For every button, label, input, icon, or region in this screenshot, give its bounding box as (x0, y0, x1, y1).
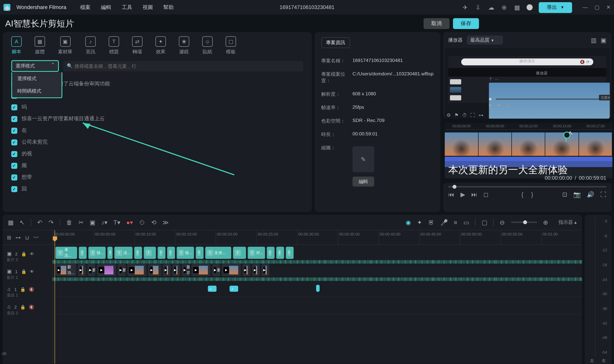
video-clip[interactable]: ▶ (172, 264, 180, 276)
zoom-in-icon[interactable]: ⊕ (543, 219, 548, 226)
menu-edit[interactable]: 編輯 (101, 4, 111, 11)
lock-icon[interactable]: 🔒 (20, 305, 25, 309)
video-clip[interactable]: ▶ (148, 264, 161, 276)
inner-stop-icon[interactable]: ◻ (505, 103, 509, 107)
next-clip-icon[interactable]: ⏭ (471, 191, 477, 198)
text-clip[interactable]: T (167, 247, 175, 259)
compare-icon[interactable]: ▥ (591, 37, 596, 43)
text-clip[interactable]: T没... (114, 247, 133, 259)
delete-icon[interactable]: 🗑 (66, 219, 72, 226)
eye-icon[interactable]: 👁 (30, 269, 34, 274)
prev-clip-icon[interactable]: ⏮ (448, 191, 454, 198)
text-clip[interactable]: T对... (248, 247, 265, 259)
edit-button[interactable]: 編輯 (352, 177, 374, 187)
crop-icon[interactable]: ⛶ (470, 112, 475, 118)
playhead[interactable] (54, 230, 55, 364)
cloud-icon[interactable]: ☁ (488, 4, 495, 11)
checkbox-icon[interactable]: ✓ (11, 151, 17, 157)
music-icon[interactable]: ♪▾ (101, 219, 107, 226)
video-clip[interactable]: ▶ (127, 264, 147, 276)
more-icon[interactable]: ⋯ (495, 77, 499, 81)
media-tab-9[interactable]: ▢模板 (226, 37, 236, 55)
project-info-tab[interactable]: 專案資訊 (321, 37, 350, 48)
script-row[interactable]: ✓频 (11, 160, 303, 171)
media-tab-2[interactable]: ▣素材庫 (58, 37, 72, 55)
text-clip[interactable]: T (144, 247, 156, 259)
device-icon[interactable]: ▭ (463, 219, 469, 226)
frame-icon[interactable]: ▢ (482, 219, 487, 226)
menu-file[interactable]: 檔案 (80, 4, 91, 11)
bracket-close-icon[interactable]: } (531, 191, 533, 198)
text-track[interactable]: T本次...TT惊...TT没...TTTTT惊...TT支持...TT对...… (53, 245, 582, 262)
video-clip[interactable]: ▶新... (212, 264, 220, 276)
text-clip[interactable]: T惊... (177, 247, 194, 259)
bracket-open-icon[interactable]: { (521, 191, 523, 198)
text-clip[interactable]: T (233, 247, 246, 259)
text-clip[interactable]: T本次... (55, 247, 77, 259)
mute-icon[interactable]: 🔇 (29, 305, 34, 309)
mic-icon[interactable]: 🎤 (440, 219, 448, 226)
close-icon[interactable]: ✕ (606, 4, 611, 11)
mode-option-timecode[interactable]: 時間碼模式 (12, 85, 61, 97)
checkbox-icon[interactable]: ✓ (11, 139, 17, 145)
text-tool-icon[interactable]: T▾ (113, 219, 120, 226)
scrubber-dot[interactable] (489, 98, 492, 101)
save-button[interactable]: 保存 (453, 18, 479, 29)
script-row[interactable]: ✓回 (11, 183, 303, 195)
quality-select[interactable]: 最高品質 ▼ (467, 36, 503, 44)
zoom-slider[interactable] (511, 222, 537, 223)
script-row[interactable]: ✓在 (11, 125, 303, 136)
mute-icon[interactable]: 🔇 (29, 287, 34, 291)
media-tab-7[interactable]: ❀濾鏡 (179, 37, 189, 55)
video-clip[interactable]: ▶ (78, 264, 86, 276)
inner-play-icon[interactable]: ▶ (489, 103, 492, 107)
text-clip[interactable]: T (134, 247, 142, 259)
menu-tools[interactable]: 工具 (122, 4, 132, 11)
checkbox-icon[interactable]: ✓ (11, 104, 17, 110)
search-input[interactable] (73, 61, 300, 71)
crop-tool-icon[interactable]: ▣ (90, 219, 95, 226)
cut-icon[interactable]: ✂ (79, 219, 84, 226)
audio-track-1[interactable]: ♪ ♪ (53, 280, 582, 297)
download-icon[interactable]: ⇩ (475, 4, 482, 11)
stop-main-icon[interactable]: ◻ (483, 191, 489, 198)
ai-icon[interactable]: ◉ (406, 219, 411, 226)
media-tab-3[interactable]: ♪音訊 (85, 37, 96, 55)
mini-thumb[interactable] (450, 87, 461, 92)
script-row[interactable]: ✓吗 (11, 101, 303, 113)
text-clip[interactable]: T (196, 247, 204, 259)
minimize-icon[interactable]: — (583, 4, 588, 11)
search-field[interactable]: 🔍 (63, 61, 303, 71)
list-icon[interactable]: ≡ (454, 219, 457, 226)
video-clip[interactable]: ▶ (242, 264, 250, 276)
fullscreen-icon[interactable]: ⛶ (600, 191, 606, 198)
video-clip[interactable]: ▶新... (118, 264, 126, 276)
media-tab-4[interactable]: T標題 (109, 37, 119, 55)
snap-icon[interactable]: ⊡ (562, 191, 567, 198)
audio-clip[interactable] (316, 285, 320, 292)
audio-track-2[interactable] (53, 297, 582, 314)
mode-option-select[interactable]: 選擇模式 (12, 72, 61, 85)
marker-icon[interactable]: ⚑ (454, 112, 459, 118)
media-tab-1[interactable]: ▦媒體 (35, 37, 45, 55)
timer-icon[interactable]: ⏱ (462, 112, 467, 118)
eye-icon[interactable]: 👁 (30, 251, 34, 256)
select-tool-icon[interactable]: ↖ (20, 219, 25, 226)
video-clip[interactable]: ▶ (262, 264, 269, 276)
script-row[interactable]: ✓想带 (11, 171, 303, 183)
indicator-dropdown[interactable]: 指示器 ▴ (559, 219, 577, 225)
settings-icon[interactable]: ⚙ (446, 112, 451, 118)
text-clip[interactable]: T支持... (205, 247, 231, 259)
text-clip[interactable]: T (267, 247, 275, 259)
video-clip[interactable]: ▶ (97, 264, 116, 276)
headset-icon[interactable]: ⊕ (501, 4, 507, 11)
play-main-icon[interactable]: ▶ (460, 191, 465, 198)
inner-scrubber[interactable] (496, 99, 610, 100)
layout-icon[interactable]: ▦ (8, 219, 13, 226)
picture-icon[interactable]: ▣ (601, 37, 606, 43)
text-clip[interactable]: T (158, 247, 166, 259)
video-clip[interactable]: ▶ (252, 264, 260, 276)
menu-help[interactable]: 幫助 (163, 4, 174, 11)
media-tab-0[interactable]: A腳本 (11, 37, 22, 55)
track-wave-icon[interactable]: 〰 (33, 234, 39, 240)
